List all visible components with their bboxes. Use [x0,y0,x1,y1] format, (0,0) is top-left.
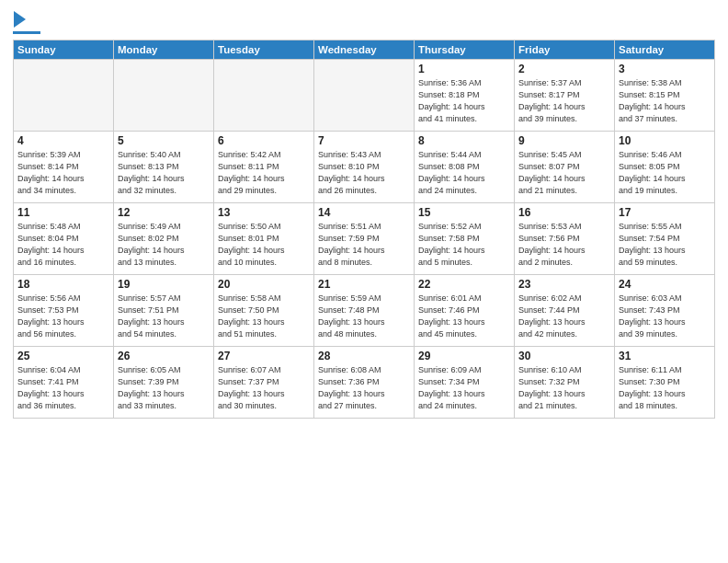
logo-underline [13,31,40,34]
day-info: Sunrise: 6:01 AM Sunset: 7:46 PM Dayligh… [418,293,510,340]
calendar-day-cell: 23Sunrise: 6:02 AM Sunset: 7:44 PM Dayli… [515,275,615,347]
calendar-week-row: 4Sunrise: 5:39 AM Sunset: 8:14 PM Daylig… [14,132,715,203]
day-info: Sunrise: 5:45 AM Sunset: 8:07 PM Dayligh… [518,149,610,197]
day-number: 20 [218,278,310,291]
day-number: 4 [17,134,109,147]
day-number: 5 [118,134,210,147]
day-number: 6 [218,134,310,147]
day-info: Sunrise: 5:42 AM Sunset: 8:11 PM Dayligh… [218,149,310,197]
day-number: 16 [518,206,610,219]
header [13,9,715,34]
day-number: 8 [418,134,510,147]
day-info: Sunrise: 6:03 AM Sunset: 7:43 PM Dayligh… [619,293,711,340]
calendar-day-cell: 8Sunrise: 5:44 AM Sunset: 8:08 PM Daylig… [415,132,515,203]
day-number: 11 [17,206,109,219]
day-info: Sunrise: 6:02 AM Sunset: 7:44 PM Dayligh… [518,293,610,340]
calendar-day-cell: 21Sunrise: 5:59 AM Sunset: 7:48 PM Dayli… [314,275,415,347]
day-number: 13 [218,206,310,219]
calendar-day-cell: 7Sunrise: 5:43 AM Sunset: 8:10 PM Daylig… [314,132,415,203]
logo [13,13,40,34]
calendar-day-cell [214,60,314,132]
day-number: 10 [619,134,711,147]
day-number: 31 [619,350,711,362]
calendar-day-cell: 14Sunrise: 5:51 AM Sunset: 7:59 PM Dayli… [314,203,415,275]
calendar-day-cell: 16Sunrise: 5:53 AM Sunset: 7:56 PM Dayli… [515,203,615,275]
day-info: Sunrise: 5:59 AM Sunset: 7:48 PM Dayligh… [318,293,410,340]
calendar-header-row: SundayMondayTuesdayWednesdayThursdayFrid… [14,40,715,60]
logo-arrow-icon [14,11,26,28]
day-number: 14 [318,206,410,219]
day-number: 21 [318,278,410,291]
day-number: 18 [17,278,109,291]
day-number: 30 [518,350,610,362]
calendar-day-header: Sunday [14,40,114,60]
day-info: Sunrise: 5:50 AM Sunset: 8:01 PM Dayligh… [218,221,310,269]
calendar-day-cell: 28Sunrise: 6:08 AM Sunset: 7:36 PM Dayli… [314,347,415,419]
calendar-day-header: Saturday [615,40,715,60]
day-info: Sunrise: 5:39 AM Sunset: 8:14 PM Dayligh… [17,149,109,197]
calendar-day-cell: 29Sunrise: 6:09 AM Sunset: 7:34 PM Dayli… [415,347,515,419]
calendar-table: SundayMondayTuesdayWednesdayThursdayFrid… [13,40,715,419]
day-number: 2 [518,63,610,75]
calendar-week-row: 18Sunrise: 5:56 AM Sunset: 7:53 PM Dayli… [14,275,715,347]
day-number: 28 [318,350,410,362]
day-info: Sunrise: 5:57 AM Sunset: 7:51 PM Dayligh… [118,293,210,340]
day-info: Sunrise: 5:55 AM Sunset: 7:54 PM Dayligh… [619,221,711,269]
calendar-day-cell: 30Sunrise: 6:10 AM Sunset: 7:32 PM Dayli… [515,347,615,419]
day-info: Sunrise: 5:46 AM Sunset: 8:05 PM Dayligh… [619,149,711,197]
calendar-day-cell: 26Sunrise: 6:05 AM Sunset: 7:39 PM Dayli… [114,347,214,419]
calendar-day-cell [14,60,114,132]
day-number: 27 [218,350,310,362]
calendar-day-cell: 12Sunrise: 5:49 AM Sunset: 8:02 PM Dayli… [114,203,214,275]
day-info: Sunrise: 6:04 AM Sunset: 7:41 PM Dayligh… [17,364,109,412]
day-info: Sunrise: 6:08 AM Sunset: 7:36 PM Dayligh… [318,364,410,412]
calendar-day-cell: 10Sunrise: 5:46 AM Sunset: 8:05 PM Dayli… [615,132,715,203]
calendar-day-cell: 2Sunrise: 5:37 AM Sunset: 8:17 PM Daylig… [515,60,615,132]
calendar-day-cell [114,60,214,132]
calendar-day-header: Friday [515,40,615,60]
day-info: Sunrise: 5:37 AM Sunset: 8:17 PM Dayligh… [518,77,610,125]
calendar-day-cell: 15Sunrise: 5:52 AM Sunset: 7:58 PM Dayli… [415,203,515,275]
calendar-day-cell: 4Sunrise: 5:39 AM Sunset: 8:14 PM Daylig… [14,132,114,203]
day-info: Sunrise: 5:56 AM Sunset: 7:53 PM Dayligh… [17,293,109,340]
day-info: Sunrise: 5:43 AM Sunset: 8:10 PM Dayligh… [318,149,410,197]
day-info: Sunrise: 5:49 AM Sunset: 8:02 PM Dayligh… [118,221,210,269]
day-info: Sunrise: 5:53 AM Sunset: 7:56 PM Dayligh… [518,221,610,269]
calendar-day-cell: 5Sunrise: 5:40 AM Sunset: 8:13 PM Daylig… [114,132,214,203]
day-number: 19 [118,278,210,291]
day-number: 9 [518,134,610,147]
calendar-day-cell: 6Sunrise: 5:42 AM Sunset: 8:11 PM Daylig… [214,132,314,203]
day-number: 15 [418,206,510,219]
day-info: Sunrise: 5:58 AM Sunset: 7:50 PM Dayligh… [218,293,310,340]
day-info: Sunrise: 5:36 AM Sunset: 8:18 PM Dayligh… [418,77,510,125]
day-info: Sunrise: 6:07 AM Sunset: 7:37 PM Dayligh… [218,364,310,412]
calendar-day-header: Thursday [415,40,515,60]
day-info: Sunrise: 6:09 AM Sunset: 7:34 PM Dayligh… [418,364,510,412]
day-info: Sunrise: 6:10 AM Sunset: 7:32 PM Dayligh… [518,364,610,412]
day-info: Sunrise: 5:40 AM Sunset: 8:13 PM Dayligh… [118,149,210,197]
calendar-day-cell: 9Sunrise: 5:45 AM Sunset: 8:07 PM Daylig… [515,132,615,203]
calendar-day-cell: 20Sunrise: 5:58 AM Sunset: 7:50 PM Dayli… [214,275,314,347]
day-number: 24 [619,278,711,291]
calendar-day-cell [314,60,415,132]
day-number: 17 [619,206,711,219]
calendar-day-cell: 17Sunrise: 5:55 AM Sunset: 7:54 PM Dayli… [615,203,715,275]
day-number: 12 [118,206,210,219]
day-number: 23 [518,278,610,291]
calendar-day-cell: 3Sunrise: 5:38 AM Sunset: 8:15 PM Daylig… [615,60,715,132]
calendar-day-cell: 24Sunrise: 6:03 AM Sunset: 7:43 PM Dayli… [615,275,715,347]
calendar-day-header: Monday [114,40,214,60]
calendar-week-row: 1Sunrise: 5:36 AM Sunset: 8:18 PM Daylig… [14,60,715,132]
day-number: 22 [418,278,510,291]
day-info: Sunrise: 5:48 AM Sunset: 8:04 PM Dayligh… [17,221,109,269]
day-info: Sunrise: 6:05 AM Sunset: 7:39 PM Dayligh… [118,364,210,412]
calendar-day-cell: 22Sunrise: 6:01 AM Sunset: 7:46 PM Dayli… [415,275,515,347]
day-number: 1 [418,63,510,75]
day-info: Sunrise: 5:44 AM Sunset: 8:08 PM Dayligh… [418,149,510,197]
calendar-day-cell: 31Sunrise: 6:11 AM Sunset: 7:30 PM Dayli… [615,347,715,419]
day-info: Sunrise: 6:11 AM Sunset: 7:30 PM Dayligh… [619,364,711,412]
calendar-day-cell: 11Sunrise: 5:48 AM Sunset: 8:04 PM Dayli… [14,203,114,275]
calendar-week-row: 11Sunrise: 5:48 AM Sunset: 8:04 PM Dayli… [14,203,715,275]
day-info: Sunrise: 5:38 AM Sunset: 8:15 PM Dayligh… [619,77,711,125]
day-info: Sunrise: 5:51 AM Sunset: 7:59 PM Dayligh… [318,221,410,269]
